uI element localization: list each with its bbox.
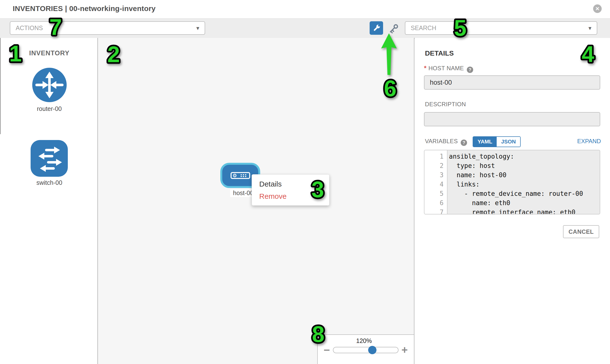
- required-asterisk: *: [424, 64, 427, 72]
- zoom-slider-thumb[interactable]: [368, 346, 376, 354]
- details-title: DETAILS: [425, 50, 454, 57]
- help-icon[interactable]: ?: [467, 66, 473, 73]
- context-menu-item-details[interactable]: Details: [252, 178, 329, 190]
- description-field[interactable]: [424, 112, 600, 126]
- search-dropdown[interactable]: SEARCH ▾: [405, 21, 597, 35]
- expand-link[interactable]: EXPAND: [577, 138, 601, 145]
- close-icon[interactable]: ✕: [593, 4, 602, 13]
- line-code: links:: [443, 180, 480, 189]
- line-number: 2: [425, 161, 443, 170]
- sidebar-title: INVENTORY: [29, 50, 69, 57]
- sidebar-item-router[interactable]: [31, 66, 68, 104]
- line-code: remote_interface_name: eth0: [443, 208, 575, 214]
- line-number: 3: [425, 170, 443, 180]
- variables-format-toggle: YAML JSON: [473, 136, 521, 147]
- host-icon: [231, 172, 250, 179]
- tab-json[interactable]: JSON: [497, 137, 520, 147]
- sidebar-item-switch[interactable]: [31, 140, 68, 178]
- variables-label-row: VARIABLES?: [425, 138, 467, 146]
- editor-line: 1 ansible_topology:: [425, 152, 600, 161]
- chevron-down-icon: ▾: [588, 25, 591, 32]
- line-code: name: eth0: [443, 198, 510, 208]
- key-icon[interactable]: [388, 23, 399, 34]
- line-code: name: host-00: [443, 170, 506, 180]
- sidebar-item-label: switch-00: [30, 179, 68, 186]
- editor-line: 6 name: eth0: [425, 198, 600, 208]
- line-number: 6: [425, 198, 443, 208]
- editor-gutter-divider: [447, 150, 447, 214]
- description-label: DESCRIPTION: [425, 101, 466, 108]
- router-icon: [31, 66, 68, 103]
- line-number: 1: [425, 152, 443, 161]
- line-code: type: host: [443, 161, 495, 170]
- node-context-menu: Details Remove: [252, 174, 329, 206]
- host-name-label-row: *HOST NAME?: [424, 64, 473, 73]
- actions-dropdown-label: ACTIONS: [16, 25, 43, 32]
- help-icon[interactable]: ?: [461, 140, 467, 146]
- inventory-topology-screen: INVENTORIES | 00-networking-inventory ✕ …: [0, 0, 610, 364]
- editor-line: 7 remote_interface_name: eth0: [425, 208, 600, 214]
- line-number: 5: [425, 189, 443, 198]
- toggle-toolbox-button[interactable]: [370, 21, 383, 35]
- sidebar-item-label: router-00: [30, 105, 68, 112]
- tab-yaml[interactable]: YAML: [473, 137, 497, 147]
- editor-line: 3 name: host-00: [425, 170, 600, 180]
- sidebar-scrollbar[interactable]: [0, 38, 1, 134]
- line-number: 4: [425, 180, 443, 189]
- zoom-in-button[interactable]: +: [402, 346, 408, 354]
- editor-line: 2 type: host: [425, 161, 600, 170]
- variables-code-editor[interactable]: 1 ansible_topology: 2 type: host 3 name:…: [424, 150, 600, 214]
- line-number: 7: [425, 208, 443, 214]
- page-title: INVENTORIES | 00-networking-inventory: [13, 4, 156, 13]
- switch-icon: [31, 140, 68, 177]
- editor-line: 5 - remote_device_name: router-00: [425, 189, 600, 198]
- context-menu-item-remove[interactable]: Remove: [252, 190, 329, 202]
- line-code: - remote_device_name: router-00: [443, 189, 583, 198]
- line-code: ansible_topology:: [443, 152, 514, 161]
- zoom-slider-track[interactable]: [333, 347, 399, 353]
- zoom-out-button[interactable]: −: [324, 346, 330, 354]
- wrench-icon: [372, 23, 381, 33]
- zoom-level-value: 120%: [356, 337, 372, 344]
- host-name-label: HOST NAME: [428, 65, 464, 71]
- chevron-down-icon: ▾: [196, 25, 199, 32]
- editor-line: 4 links:: [425, 180, 600, 189]
- actions-dropdown[interactable]: ACTIONS ▾: [10, 21, 205, 35]
- variables-label: VARIABLES: [425, 138, 458, 144]
- cancel-button[interactable]: CANCEL: [563, 225, 599, 238]
- host-name-field[interactable]: [424, 75, 600, 90]
- search-input[interactable]: SEARCH: [411, 25, 436, 32]
